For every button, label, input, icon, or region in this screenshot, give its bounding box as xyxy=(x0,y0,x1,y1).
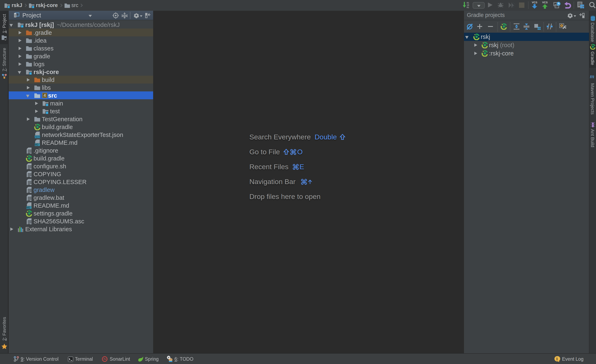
svg-text:01: 01 xyxy=(467,2,469,4)
svg-text:01: 01 xyxy=(467,7,469,9)
svg-text:1: 1 xyxy=(556,357,558,361)
svg-text:10: 10 xyxy=(467,4,469,7)
